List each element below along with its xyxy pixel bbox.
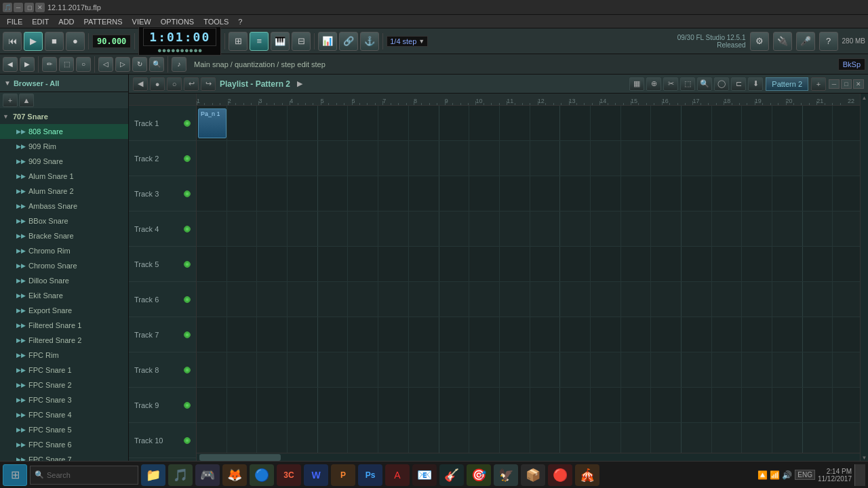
grid-cell-5-7[interactable] [409,247,439,281]
grid-row-9[interactable] [197,388,860,423]
grid-cell-6-14[interactable] [621,282,652,317]
track-knob-10[interactable] [184,437,191,444]
sidebar-item-alumsnare1[interactable]: ▶▶ Alum Snare 1 [0,169,128,184]
track-knob-9[interactable] [184,402,191,409]
sidebar-item-chromosnare[interactable]: ▶▶ Chromo Snare [0,258,128,273]
playlist-nav-left[interactable]: ◀ [133,77,148,91]
playlist-record[interactable]: ● [150,77,165,91]
loop-button[interactable]: ↻ [132,57,147,72]
grid-cell-10-8[interactable] [439,423,470,453]
grid-cell-10-20[interactable] [803,423,833,453]
playlist-undo[interactable]: ↩ [184,77,199,91]
grid-cell-1-2[interactable] [257,106,288,140]
track-knob-4[interactable] [184,226,191,232]
grid-cell-7-13[interactable] [591,317,621,352]
grid-cell-5-5[interactable] [348,247,378,281]
grid-cell-8-2[interactable] [257,352,288,387]
taskbar-app-email[interactable]: 📧 [412,464,437,486]
grid-cell-1-20[interactable] [803,106,833,140]
grid-cell-10-7[interactable] [409,423,439,453]
grid-cell-9-5[interactable] [348,388,378,422]
grid-cell-4-19[interactable] [772,211,803,246]
grid-cell-10-12[interactable] [560,423,591,453]
grid-cell-3-20[interactable] [803,176,833,211]
grid-row-5[interactable] [197,247,860,282]
grid-cell-1-18[interactable] [742,106,772,140]
grid-cell-7-14[interactable] [621,317,652,352]
taskbar-app-eagle[interactable]: 🦅 [494,464,518,486]
grid-cell-6-11[interactable] [530,282,561,317]
grid-cell-7-16[interactable] [682,317,712,352]
channel-rack-button[interactable]: ⊞ [229,32,248,51]
grid-row-3[interactable] [197,176,860,211]
grid-cell-8-11[interactable] [530,352,561,387]
grid-cell-5-3[interactable] [288,247,318,281]
pl-tool-plug[interactable]: ⊏ [731,77,746,91]
grid-cell-3-10[interactable] [500,176,530,211]
grid-cell-3-8[interactable] [439,176,470,211]
grid-cell-7-15[interactable] [651,317,682,352]
grid-cell-9-7[interactable] [409,388,439,422]
grid-cell-4-11[interactable] [530,211,561,246]
track-label-3[interactable]: Track 3 [129,176,196,211]
minimize-icon[interactable]: ─ [14,3,23,12]
track-label-5[interactable]: Track 5 [129,247,196,282]
sidebar-item-909rim[interactable]: ▶▶ 909 Rim [0,139,128,154]
grid-cell-2-7[interactable] [409,141,439,176]
grid-cell-6-0[interactable] [197,282,227,317]
grid-cell-6-5[interactable] [348,282,378,317]
grid-cell-1-12[interactable] [560,106,591,140]
grid-cell-2-20[interactable] [803,141,833,176]
grid-cell-8-9[interactable] [469,352,500,387]
grid-cell-9-12[interactable] [560,388,591,422]
grid-cell-4-7[interactable] [409,211,439,246]
grid-cell-10-21[interactable] [833,423,860,453]
snap-right[interactable]: ▷ [115,57,130,72]
grid-row-7[interactable] [197,317,860,352]
grid-cell-9-2[interactable] [257,388,288,422]
grid-cell-7-11[interactable] [530,317,561,352]
grid-cell-3-6[interactable] [378,176,409,211]
menu-view[interactable]: VIEW [128,17,155,26]
grid-cell-3-16[interactable] [682,176,712,211]
grid-cell-10-19[interactable] [772,423,803,453]
sidebar-collapse-icon[interactable]: ▼ [4,79,11,87]
plug-button[interactable]: 🔌 [773,32,792,51]
stop-button[interactable]: ■ [45,32,64,51]
grid-cell-8-17[interactable] [712,352,743,387]
grid-cell-4-5[interactable] [348,211,378,246]
sidebar-item-dilloosnare[interactable]: ▶▶ Dilloo Snare [0,273,128,288]
sidebar-item-fpcsnare5[interactable]: ▶▶ FPC Snare 5 [0,422,128,437]
grid-cell-8-16[interactable] [682,352,712,387]
grid-cell-5-16[interactable] [682,247,712,281]
grid-cell-6-8[interactable] [439,282,470,317]
grid-cell-7-6[interactable] [378,317,409,352]
grid-cell-5-19[interactable] [772,247,803,281]
horizontal-scrollbar[interactable] [197,453,860,461]
grid-cell-3-17[interactable] [712,176,743,211]
restore-icon[interactable]: ◻ [24,3,34,12]
grid-cell-9-4[interactable] [318,388,349,422]
grid-cell-2-10[interactable] [500,141,530,176]
menu-options[interactable]: OPTIONS [157,17,199,26]
grid-cell-6-3[interactable] [288,282,318,317]
zoom-button[interactable]: 🔍 [149,57,164,72]
snap-display[interactable]: BkSp [838,58,865,70]
grid-cell-6-19[interactable] [772,282,803,317]
sidebar-item-fpcsnare7[interactable]: ▶▶ FPC Snare 7 [0,452,128,461]
grid-cell-5-17[interactable] [712,247,743,281]
sidebar-item-exportsnare[interactable]: ▶▶ Export Snare [0,303,128,318]
sidebar-item-707snare[interactable]: ▼ 707 Snare [0,109,128,124]
grid-cell-7-12[interactable] [560,317,591,352]
grid-cell-8-1[interactable] [227,352,258,387]
select-tool[interactable]: ⬚ [59,57,74,72]
step-dropdown-icon[interactable]: ▼ [418,38,425,45]
grid-cell-8-6[interactable] [378,352,409,387]
grid-cell-2-2[interactable] [257,141,288,176]
grid-cell-8-7[interactable] [409,352,439,387]
grid-cell-9-20[interactable] [803,388,833,422]
grid-cell-6-16[interactable] [682,282,712,317]
grid-cell-10-15[interactable] [651,423,682,453]
grid-cell-8-15[interactable] [651,352,682,387]
grid-cell-1-14[interactable] [621,106,652,140]
